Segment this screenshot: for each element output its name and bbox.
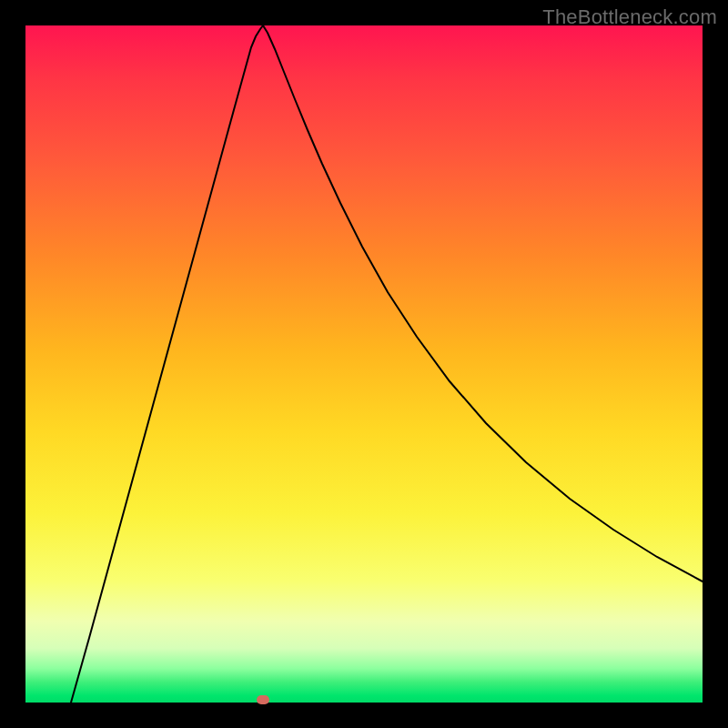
watermark-text: TheBottleneck.com <box>542 5 717 29</box>
plot-area <box>25 25 703 703</box>
min-marker <box>257 695 269 704</box>
bottleneck-curve <box>25 25 703 703</box>
